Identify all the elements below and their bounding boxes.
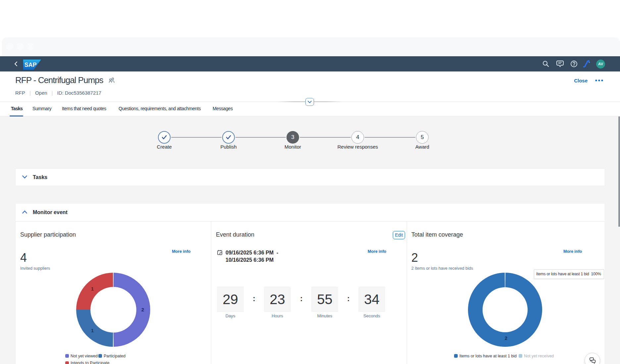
svg-text:2: 2 <box>505 335 507 341</box>
svg-text:2: 2 <box>141 307 144 312</box>
svg-text:1: 1 <box>91 328 94 333</box>
svg-text:1: 1 <box>91 286 94 292</box>
